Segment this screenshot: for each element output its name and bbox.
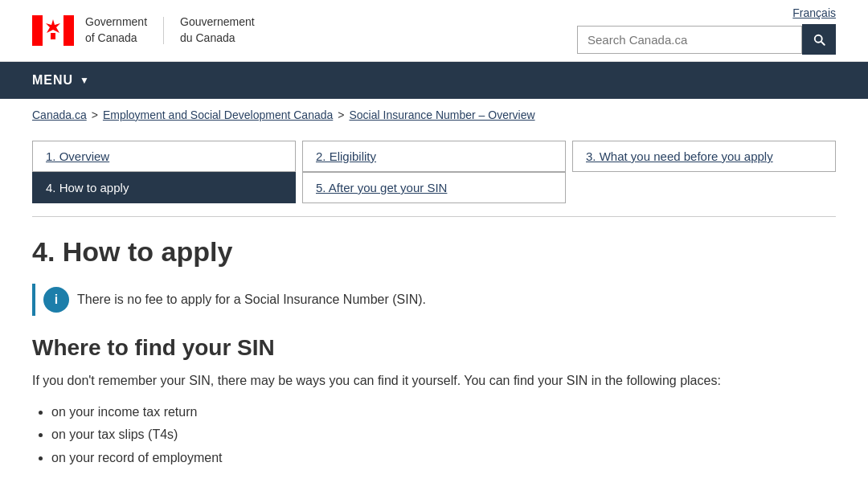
menu-chevron-icon: ▼ <box>80 75 90 86</box>
step-4-how-to-apply[interactable]: 4. How to apply <box>32 172 296 203</box>
breadcrumb-item-esdc[interactable]: Employment and Social Development Canada <box>103 108 333 121</box>
section-intro: If you don't remember your SIN, there ma… <box>32 370 836 391</box>
search-button[interactable] <box>802 24 836 55</box>
info-callout: i There is no fee to apply for a Social … <box>32 284 836 316</box>
search-input[interactable] <box>577 26 802 54</box>
breadcrumb-item-canada[interactable]: Canada.ca <box>32 108 87 121</box>
svg-rect-2 <box>63 15 74 46</box>
info-icon: i <box>43 287 69 313</box>
step-5-after-sin[interactable]: 5. After you get your SIN <box>302 172 566 203</box>
step-1-overview[interactable]: 1. Overview <box>32 141 296 172</box>
divider-line <box>163 17 164 44</box>
section-divider <box>32 216 836 217</box>
step-nav-row1: 1. Overview 2. Eligibility 3. What you n… <box>0 131 868 172</box>
government-name: Government of Canada <box>85 14 147 46</box>
list-item: on your record of employment <box>51 447 836 470</box>
callout-text: There is no fee to apply for a Social In… <box>77 284 426 316</box>
step-nav-empty <box>572 172 836 203</box>
menu-label: MENU <box>32 73 73 88</box>
callout-wrapper: i There is no fee to apply for a Social … <box>35 284 426 316</box>
breadcrumb-sep-1: > <box>92 108 98 121</box>
list-item: on your tax slips (T4s) <box>51 423 836 447</box>
list-item: on your income tax return <box>51 401 836 424</box>
main-content: 4. How to apply i There is no fee to app… <box>0 236 868 495</box>
bullet-list: on your income tax return on your tax sl… <box>51 401 836 470</box>
government-name-fr: Gouvernement du Canada <box>180 14 255 46</box>
breadcrumb: Canada.ca > Employment and Social Develo… <box>0 99 868 131</box>
menu-button[interactable]: MENU ▼ <box>32 62 90 99</box>
step-2-eligibility[interactable]: 2. Eligibility <box>302 141 566 172</box>
step-3-what-you-need[interactable]: 3. What you need before you apply <box>572 141 836 172</box>
canada-flag-icon <box>32 15 74 46</box>
svg-rect-0 <box>32 15 43 46</box>
breadcrumb-item-sin[interactable]: Social Insurance Number – Overview <box>349 108 534 121</box>
nav-bar: MENU ▼ <box>0 62 868 99</box>
section-heading: Where to find your SIN <box>32 335 836 361</box>
svg-rect-4 <box>51 33 55 39</box>
search-bar <box>577 24 836 55</box>
top-bar: Government of Canada Gouvernement du Can… <box>0 0 868 62</box>
breadcrumb-sep-2: > <box>338 108 344 121</box>
top-bar-right: Français <box>577 6 836 55</box>
step-nav-row2: 4. How to apply 5. After you get your SI… <box>0 172 868 216</box>
search-icon <box>812 32 826 47</box>
logo-area: Government of Canada Gouvernement du Can… <box>32 14 255 46</box>
francais-link[interactable]: Français <box>792 6 836 19</box>
page-heading: 4. How to apply <box>32 236 836 268</box>
